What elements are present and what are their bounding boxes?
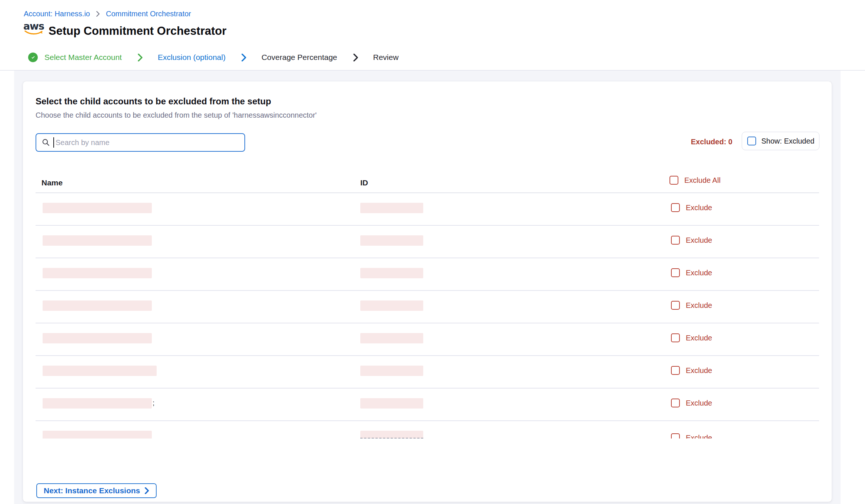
redacted-id-bar <box>360 268 423 278</box>
panel-heading: Select the child accounts to be excluded… <box>36 96 271 107</box>
row-exclude-control: Exclude <box>671 333 712 342</box>
step-label: Coverage Percentage <box>261 53 337 62</box>
exclude-checkbox[interactable] <box>671 333 680 342</box>
exclude-label: Exclude <box>686 236 712 245</box>
chevron-right-icon <box>144 487 149 494</box>
account-row: Exclude <box>36 421 819 439</box>
exclude-checkbox[interactable] <box>671 203 680 212</box>
aws-logo: aws <box>23 21 44 35</box>
exclude-label: Exclude <box>686 301 712 310</box>
account-row: Exclude <box>36 291 819 323</box>
redacted-name-bar <box>43 203 152 213</box>
panel-subheading: Choose the child accounts to be excluded… <box>36 111 317 120</box>
exclude-checkbox[interactable] <box>671 301 680 310</box>
show-excluded-label: Show: Excluded <box>761 137 814 145</box>
row-exclude-control: Exclude <box>671 301 712 310</box>
step-label: Select Master Account <box>44 53 122 62</box>
redacted-id-bar <box>360 333 423 343</box>
search-icon <box>41 138 50 148</box>
exclude-checkbox[interactable] <box>671 366 680 375</box>
exclusion-panel: Select the child accounts to be excluded… <box>23 81 832 502</box>
exclude-label: Exclude <box>686 269 712 277</box>
step-coverage-percentage[interactable]: Coverage Percentage <box>261 53 358 62</box>
chevron-right-icon <box>137 54 143 61</box>
chevron-right-icon <box>96 11 100 17</box>
account-row: Exclude <box>36 356 819 389</box>
step-select-master-account[interactable]: Select Master Account <box>28 53 143 62</box>
accounts-table-scroll-area[interactable]: Exclude Exclude Exclude Exclude Exclude <box>36 193 819 439</box>
chevron-right-icon <box>241 54 247 61</box>
search-input[interactable] <box>36 133 245 152</box>
account-row: Exclude <box>36 226 819 258</box>
excluded-count-label: Excluded: 0 <box>691 138 732 146</box>
exclude-checkbox[interactable] <box>671 236 680 245</box>
redacted-name-bar <box>43 431 152 439</box>
redacted-name-bar <box>43 398 152 409</box>
redacted-name-bar <box>43 366 157 376</box>
redacted-name-bar <box>43 235 152 246</box>
breadcrumb-page-link[interactable]: Commitment Orchestrator <box>106 10 191 18</box>
exclude-label: Exclude <box>686 334 712 342</box>
row-exclude-control: Exclude <box>671 268 712 277</box>
redacted-name-bar <box>43 333 152 343</box>
row-exclude-control: Exclude <box>671 366 712 375</box>
name-trailing-character: ; <box>153 399 154 407</box>
show-excluded-toggle[interactable]: Show: Excluded <box>742 132 819 150</box>
account-row: Exclude <box>36 258 819 291</box>
column-header-name: Name <box>41 178 63 187</box>
show-excluded-checkbox[interactable] <box>747 137 756 145</box>
step-review[interactable]: Review <box>373 53 399 62</box>
redacted-id-bar <box>360 203 423 213</box>
account-row: Exclude <box>36 193 819 226</box>
redacted-name-bar <box>43 268 152 278</box>
account-row: Exclude <box>36 323 819 356</box>
exclude-all-label: Exclude All <box>684 176 721 185</box>
breadcrumb: Account: Harness.io Commitment Orchestra… <box>24 10 191 18</box>
account-row: Exclude ; <box>36 389 819 421</box>
next-button-label: Next: Instance Exclusions <box>44 486 140 495</box>
text-caret <box>53 137 54 148</box>
exclude-all-checkbox[interactable] <box>669 176 678 185</box>
next-instance-exclusions-button[interactable]: Next: Instance Exclusions <box>36 483 157 498</box>
redacted-id-bar <box>360 431 423 439</box>
search-field-wrap <box>36 133 245 152</box>
row-exclude-control: Exclude <box>671 399 712 407</box>
column-header-id: ID <box>360 178 368 187</box>
redacted-id-bar <box>360 398 423 409</box>
exclude-checkbox[interactable] <box>671 268 680 277</box>
exclude-label: Exclude <box>686 434 712 439</box>
row-exclude-control: Exclude <box>671 433 712 439</box>
redacted-name-bar <box>43 300 152 311</box>
exclude-label: Exclude <box>686 399 712 407</box>
aws-logo-text: aws <box>23 20 44 32</box>
step-label: Review <box>373 53 399 62</box>
breadcrumb-account-link[interactable]: Account: Harness.io <box>24 10 90 18</box>
step-exclusion[interactable]: Exclusion (optional) <box>158 53 247 62</box>
redacted-id-bar <box>360 366 423 376</box>
redacted-id-bar <box>360 300 423 311</box>
row-exclude-control: Exclude <box>671 203 712 212</box>
page-title: Setup Commitment Orchestrator <box>49 24 227 38</box>
step-label: Exclusion (optional) <box>158 53 226 62</box>
setup-stepper: Select Master Account Exclusion (optiona… <box>28 50 398 65</box>
check-circle-icon <box>28 53 38 62</box>
chevron-right-icon <box>353 54 358 61</box>
exclude-label: Exclude <box>686 366 712 375</box>
exclude-checkbox[interactable] <box>671 433 680 439</box>
commitment-orchestrator-page: Account: Harness.io Commitment Orchestra… <box>0 0 865 504</box>
exclude-checkbox[interactable] <box>671 399 680 407</box>
row-exclude-control: Exclude <box>671 236 712 245</box>
exclude-all-control: Exclude All <box>669 176 721 185</box>
redacted-id-bar <box>360 235 423 246</box>
exclude-label: Exclude <box>686 204 712 212</box>
page-header: Account: Harness.io Commitment Orchestra… <box>0 0 865 70</box>
